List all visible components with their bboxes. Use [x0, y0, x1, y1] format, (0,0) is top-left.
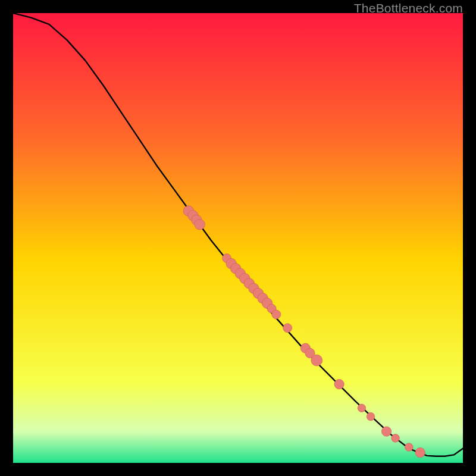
data-marker — [283, 324, 292, 333]
plot-area — [13, 13, 463, 463]
data-marker — [415, 447, 425, 457]
chart-canvas — [13, 13, 463, 463]
attribution-watermark: TheBottleneck.com — [354, 1, 463, 15]
gradient-background — [13, 13, 463, 463]
data-marker — [334, 380, 344, 389]
data-marker — [367, 412, 375, 421]
data-marker — [195, 220, 205, 230]
data-marker — [311, 355, 322, 366]
data-marker — [272, 310, 281, 319]
data-marker — [392, 434, 400, 443]
chart-frame: TheBottleneck.com — [0, 0, 476, 476]
data-marker — [405, 443, 414, 452]
data-marker — [381, 427, 391, 436]
data-marker — [358, 404, 366, 412]
